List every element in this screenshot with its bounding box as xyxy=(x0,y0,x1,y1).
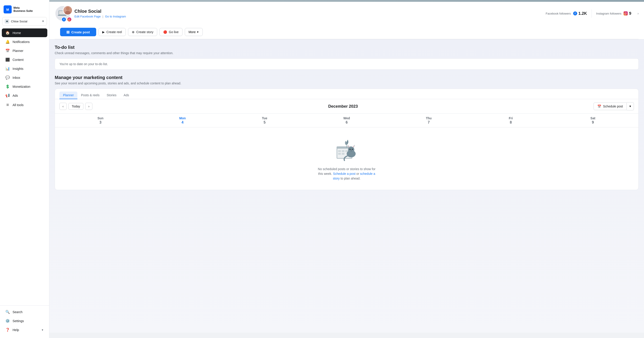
calendar-empty-state: No scheduled posts or stories to show fo… xyxy=(55,127,638,190)
home-icon: 🏠 xyxy=(6,31,10,35)
nav-label-planner: Planner xyxy=(12,49,23,53)
sidebar-item-all-tools[interactable]: ≡ All tools xyxy=(2,100,47,110)
svg-rect-18 xyxy=(338,153,341,155)
main-content: f Chloe Social Edit Facebook Page | Go t… xyxy=(49,0,644,338)
person-silhouette xyxy=(64,6,71,15)
todo-section: To-do list Check unread messages, commen… xyxy=(55,45,638,70)
svg-rect-4 xyxy=(58,15,66,16)
sidebar-item-inbox[interactable]: 💬 Inbox xyxy=(2,73,47,82)
svg-point-8 xyxy=(69,19,70,20)
profile-section: f Chloe Social Edit Facebook Page | Go t… xyxy=(49,2,644,39)
sidebar-item-insights[interactable]: 📊 Insights xyxy=(2,64,47,73)
svg-rect-19 xyxy=(342,153,344,155)
todo-empty-msg: You're up to date on your to-do list. xyxy=(60,62,108,66)
facebook-followers-group: Facebook followers f 1.2K xyxy=(541,9,592,18)
schedule-icon: 📅 xyxy=(597,105,601,108)
profile-name: Chloe Social xyxy=(74,9,538,14)
edit-facebook-link[interactable]: Edit Facebook Page xyxy=(74,15,101,18)
today-button[interactable]: Today xyxy=(68,103,84,110)
content-icon: ⬛ xyxy=(6,57,10,62)
ads-icon: 📢 xyxy=(6,93,10,98)
create-post-label: Create post xyxy=(71,30,90,34)
instagram-followers-group: Instagram followers 9 xyxy=(592,9,636,18)
account-selector[interactable]: 💻 Chloe Social ▼ xyxy=(2,17,47,25)
nav-label-search: Search xyxy=(12,310,22,314)
go-instagram-link[interactable]: Go to Instagram xyxy=(105,15,126,18)
svg-rect-10 xyxy=(625,12,626,14)
schedule-btn-group: 📅 Schedule post ▼ xyxy=(594,102,634,110)
tab-planner[interactable]: Planner xyxy=(60,92,77,99)
followers-chevron-icon[interactable]: › xyxy=(638,12,638,15)
profile-links: Edit Facebook Page | Go to Instagram xyxy=(74,15,538,18)
marketing-desc: See your recent and upcoming posts, stor… xyxy=(55,81,638,85)
help-icon: ❓ xyxy=(6,328,10,332)
day-header-tue: Tue 5 xyxy=(224,114,306,127)
svg-point-26 xyxy=(350,149,351,150)
sidebar-item-ads[interactable]: 📢 Ads xyxy=(2,91,47,100)
go-live-button[interactable]: 🔴 Go live xyxy=(160,28,182,36)
nav-label-notifications: Notifications xyxy=(12,40,30,44)
nav-label-all-tools: All tools xyxy=(12,103,24,107)
svg-point-9 xyxy=(70,19,70,19)
ig-followers-count: 9 xyxy=(629,11,631,16)
marketing-section: Manage your marketing content See your r… xyxy=(55,75,638,190)
calendar-toolbar: ‹ Today › December 2023 📅 Schedule post … xyxy=(55,99,638,114)
tab-posts-reels[interactable]: Posts & reels xyxy=(77,92,103,99)
sidebar-bottom: 🔍 Search ⚙️ Settings ❓ Help ▼ xyxy=(0,305,49,335)
go-live-icon: 🔴 xyxy=(163,30,167,34)
create-post-icon: ▤ xyxy=(66,30,70,34)
instagram-badge xyxy=(67,17,72,22)
more-button[interactable]: More ▼ xyxy=(185,28,203,36)
calendar-next-button[interactable]: › xyxy=(85,103,92,110)
svg-point-21 xyxy=(348,147,354,153)
schedule-post-button[interactable]: 📅 Schedule post xyxy=(594,103,627,110)
calendar-nav: ‹ Today › xyxy=(60,103,92,110)
sidebar-item-monetization[interactable]: 💲 Monetization xyxy=(2,82,47,91)
sidebar-item-home[interactable]: 🏠 Home xyxy=(2,28,47,37)
nav-label-insights: Insights xyxy=(12,67,23,70)
svg-point-27 xyxy=(352,149,353,150)
sidebar-item-help[interactable]: ❓ Help ▼ xyxy=(2,326,47,334)
sidebar-item-planner[interactable]: 📅 Planner xyxy=(2,46,47,55)
calendar-prev-button[interactable]: ‹ xyxy=(60,103,66,110)
followers-section: Facebook followers f 1.2K Instagram foll… xyxy=(541,9,638,18)
nav-label-help: Help xyxy=(12,328,19,332)
search-icon: 🔍 xyxy=(6,310,10,314)
notifications-icon: 🔔 xyxy=(6,40,10,44)
tab-stories[interactable]: Stories xyxy=(103,92,120,99)
create-reel-label: Create reel xyxy=(106,30,122,34)
schedule-dropdown-button[interactable]: ▼ xyxy=(627,102,634,110)
sidebar-item-content[interactable]: ⬛ Content xyxy=(2,55,47,64)
schedule-post-link[interactable]: Schedule a post xyxy=(333,172,356,175)
svg-point-5 xyxy=(66,7,70,10)
day-header-sun: Sun 3 xyxy=(60,114,142,127)
create-story-button[interactable]: ⊕ Create story xyxy=(128,28,157,36)
planner-card: Planner Posts & reels Stories Ads ‹ Toda… xyxy=(55,89,638,190)
sidebar-item-settings[interactable]: ⚙️ Settings xyxy=(2,317,47,325)
fb-followers-icon: f xyxy=(573,11,577,15)
create-reel-button[interactable]: ▶ Create reel xyxy=(98,28,126,36)
create-reel-icon: ▶ xyxy=(102,30,105,34)
more-label: More xyxy=(188,30,196,34)
day-header-thu: Thu 7 xyxy=(388,114,470,127)
sidebar-item-search[interactable]: 🔍 Search xyxy=(2,308,47,316)
marketing-title: Manage your marketing content xyxy=(55,75,638,80)
help-chevron-icon: ▼ xyxy=(41,329,44,331)
fb-followers-count: 1.2K xyxy=(578,11,587,16)
create-story-icon: ⊕ xyxy=(132,30,134,34)
create-story-label: Create story xyxy=(136,30,154,34)
more-chevron-icon: ▼ xyxy=(197,31,199,33)
planner-tabs: Planner Posts & reels Stories Ads xyxy=(55,89,638,99)
ig-followers-icon xyxy=(624,11,628,15)
sidebar-item-notifications[interactable]: 🔔 Notifications xyxy=(2,37,47,46)
svg-rect-16 xyxy=(342,150,344,152)
svg-text:M: M xyxy=(6,8,9,11)
create-post-button[interactable]: ▤ Create post xyxy=(60,28,96,36)
logo-area: M Meta Business Suite xyxy=(0,3,49,17)
svg-point-6 xyxy=(65,11,70,15)
go-live-label: Go live xyxy=(169,30,179,34)
chevron-down-icon: ▼ xyxy=(42,20,44,23)
tab-ads[interactable]: Ads xyxy=(120,92,132,99)
todo-card: You're up to date on your to-do list. xyxy=(55,58,638,70)
calendar-days: Sun 3 Mon 4 Tue 5 Wed 6 xyxy=(55,114,638,127)
